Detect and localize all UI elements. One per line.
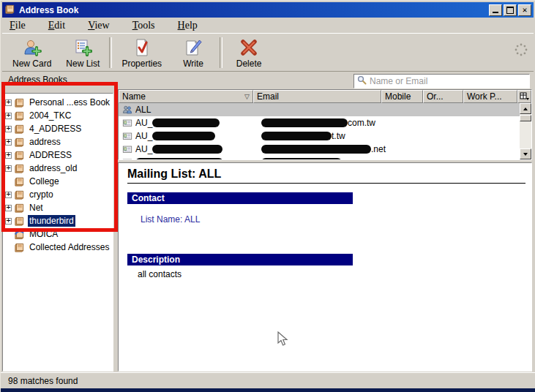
menu-edit[interactable]: Edit — [47, 19, 67, 32]
result-name-cell: ALL — [135, 105, 261, 115]
sidebar-item-thunderbird[interactable]: thunderbird — [3, 214, 113, 227]
sidebar-item-crypto[interactable]: crypto — [3, 188, 113, 201]
description-section-header: Description — [127, 254, 353, 265]
maximize-icon — [506, 7, 514, 14]
search-box[interactable] — [353, 74, 530, 88]
sidebar-item-personal-ess-book[interactable]: Personal ...ess Book — [3, 96, 113, 109]
sidebar-item-label: 2004_TKC — [28, 110, 72, 121]
expand-plus-icon[interactable] — [5, 205, 12, 211]
address-book-icon — [14, 189, 25, 200]
scroll-up-button[interactable] — [520, 103, 531, 114]
sidebar-item-collected-addresses[interactable]: Collected Addresses — [3, 241, 113, 254]
write-button[interactable]: Write — [169, 35, 217, 70]
address-card-icon — [122, 118, 132, 128]
sidebar-item-address[interactable]: ADDRESS — [3, 148, 113, 162]
result-email-cell: .net — [261, 144, 481, 154]
sidebar-item-label: ADDRESS — [28, 149, 73, 161]
sidebar-item-label: Personal ...ess Book — [28, 97, 111, 108]
address-book-icon — [14, 150, 25, 161]
sidebar-item-net[interactable]: Net — [3, 201, 113, 214]
column-header-label: Email — [257, 91, 279, 102]
sidebar-item-label: MOICA — [28, 228, 59, 240]
sidebar-item-label: address_old — [28, 162, 78, 174]
expand-plus-icon[interactable] — [5, 192, 12, 198]
sidebar-item-address-old[interactable]: address_old — [3, 162, 113, 175]
result-name-cell: AU_ — [135, 118, 261, 128]
sidebar-item-label: thunderbird — [28, 215, 75, 227]
menu-view[interactable]: View — [86, 19, 111, 32]
result-name-text: ALL — [135, 105, 151, 115]
sidebar-item-4-address[interactable]: 4_ADDRESS — [3, 122, 113, 135]
menu-help[interactable]: Help — [176, 19, 199, 32]
column-header-or-[interactable]: Or... — [423, 90, 463, 103]
result-row[interactable]: AU_com.tw — [119, 116, 531, 129]
expand-plus-icon[interactable] — [5, 152, 12, 159]
mailing-list-icon — [122, 105, 132, 115]
column-header-label: Mobile — [385, 91, 411, 102]
column-header-mobile[interactable]: Mobile — [381, 90, 423, 103]
sidebar-item-moica[interactable]: MOICA — [3, 227, 113, 241]
arrow-down-icon — [523, 153, 528, 156]
expand-plus-icon[interactable] — [5, 139, 12, 146]
result-email-cell: t.tw — [261, 131, 481, 141]
search-input[interactable] — [370, 76, 529, 86]
column-header-work-p-[interactable]: Work P... — [463, 90, 517, 103]
expand-plus-icon[interactable] — [5, 165, 12, 172]
column-picker-button[interactable] — [517, 90, 531, 103]
result-email-visible-suffix: com.tw — [348, 118, 375, 128]
expand-plus-icon[interactable] — [5, 126, 12, 132]
address-book-icon — [14, 97, 25, 108]
address-book-icon — [14, 137, 25, 148]
column-header-name[interactable]: Name▽ — [119, 90, 253, 103]
toolbar-separator — [109, 37, 112, 68]
status-text: 98 matches found — [8, 376, 78, 386]
sidebar-item-label: Collected Addresses — [28, 241, 111, 253]
address-books-tree: Personal ...ess Book2004_TKC4_ADDRESSadd… — [2, 93, 113, 372]
result-name-cell — [135, 158, 261, 159]
result-email-visible-suffix: t.tw — [332, 131, 345, 141]
window-title: Address Book — [19, 5, 487, 15]
result-row[interactable]: AU_.net — [119, 143, 531, 156]
menu-bar: FileEditViewToolsHelp — [2, 18, 534, 32]
delete-button[interactable]: Delete — [225, 35, 273, 70]
titlebar[interactable]: Address Book ✕ — [2, 2, 534, 18]
sidebar-item-label: College — [28, 176, 61, 187]
result-email-cell: com.tw — [261, 118, 481, 128]
delete-icon — [239, 37, 258, 58]
expand-plus-icon[interactable] — [5, 218, 12, 225]
maximize-button[interactable] — [504, 4, 517, 16]
expand-plus-icon[interactable] — [5, 113, 12, 119]
toolbar-button-label: New Card — [12, 59, 51, 69]
new-card-button[interactable]: New Card — [5, 35, 59, 70]
address-book-icon — [14, 110, 25, 121]
sidebar-item-2004-tkc[interactable]: 2004_TKC — [3, 109, 113, 122]
results-scrollbar[interactable] — [520, 103, 531, 159]
toolbar-button-label: New List — [66, 59, 100, 69]
menu-tools[interactable]: Tools — [131, 19, 157, 32]
details-title: Mailing List: ALL — [127, 167, 525, 184]
redaction-scribble — [135, 158, 223, 159]
minimize-button[interactable] — [489, 4, 502, 16]
properties-button[interactable]: Properties — [114, 35, 169, 70]
expand-plus-icon[interactable] — [5, 99, 12, 106]
column-header-email[interactable]: Email — [253, 90, 381, 103]
scroll-down-button[interactable] — [520, 148, 531, 159]
result-row[interactable]: AU_t.tw — [119, 129, 531, 143]
address-book-icon — [14, 163, 25, 174]
close-button[interactable]: ✕ — [518, 4, 531, 16]
menu-file[interactable]: File — [8, 19, 27, 32]
scrollbar-thumb[interactable] — [520, 115, 531, 121]
new-list-button[interactable]: New List — [59, 35, 107, 70]
column-header-label: Work P... — [467, 91, 502, 102]
result-row-all[interactable]: ALL — [119, 103, 531, 116]
results-list: ALLAU_com.twAU_t.twAU_.net — [119, 103, 531, 159]
sidebar-item-address[interactable]: address — [3, 135, 113, 148]
sidebar-item-college[interactable]: College — [3, 175, 113, 188]
contact-section-header: Contact — [127, 192, 353, 204]
redaction-scribble — [152, 145, 222, 154]
address-book-icon — [14, 216, 25, 227]
result-row[interactable] — [119, 156, 531, 159]
sidebar-item-label: address — [28, 136, 62, 148]
result-email-visible-suffix: .net — [371, 144, 386, 154]
toolbar-separator — [220, 37, 222, 68]
